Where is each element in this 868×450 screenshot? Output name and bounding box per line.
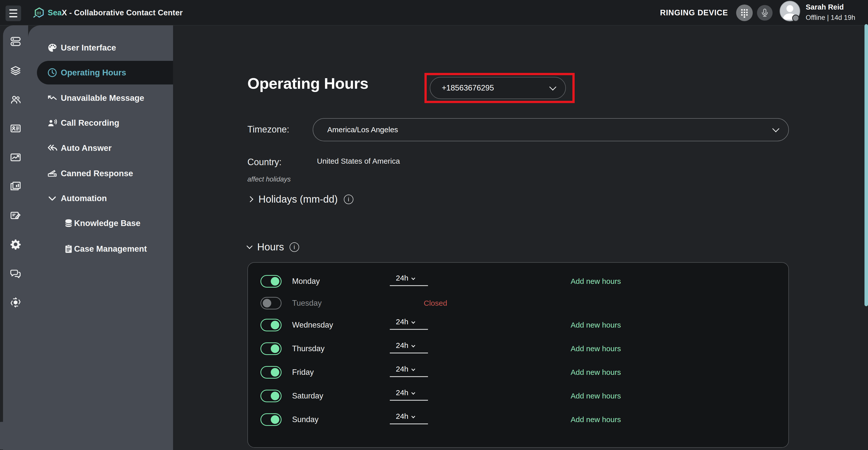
day-hours-mode-select[interactable]: 24h — [390, 412, 428, 424]
sidebar-item-knowledge-base[interactable]: Knowledge Base — [28, 212, 173, 235]
chevron-down-icon — [411, 391, 415, 395]
microphone-button[interactable] — [757, 5, 773, 21]
rail-item-toggles[interactable] — [3, 34, 28, 49]
microphone-icon — [760, 8, 770, 18]
seax-logo-icon — [32, 6, 45, 20]
mark-unread-icon — [46, 92, 58, 104]
add-new-hours-link[interactable]: Add new hours — [570, 321, 621, 329]
rail-item-chart[interactable] — [3, 150, 28, 165]
rail-item-integration[interactable] — [3, 295, 28, 310]
page-title: Operating Hours — [247, 75, 368, 92]
day-label: Thursday — [292, 344, 324, 353]
day-toggle-sunday[interactable] — [260, 413, 282, 426]
holidays-section-toggle[interactable]: Holidays (mm-dd) i — [248, 194, 353, 205]
sidebar-item-label: Auto Answer — [61, 143, 112, 153]
add-new-hours-link[interactable]: Add new hours — [570, 344, 621, 353]
info-icon[interactable]: i — [344, 195, 353, 204]
sidebar-item-label: Unavailable Message — [61, 93, 144, 103]
rail-item-reports[interactable] — [3, 178, 28, 194]
day-hours-mode-value: 24h — [396, 412, 408, 420]
chevron-down-icon — [411, 367, 415, 371]
day-row-monday: Monday24hAdd new hours — [248, 270, 788, 293]
day-row-friday: Friday24hAdd new hours — [248, 361, 788, 384]
chevron-down-icon — [246, 243, 252, 249]
rail-item-contact-card[interactable] — [3, 121, 28, 136]
voice-record-icon — [46, 117, 58, 129]
chevron-down-icon — [549, 83, 556, 90]
phone-number-select[interactable]: +18563676295 — [430, 77, 566, 99]
hamburger-menu-icon[interactable] — [5, 5, 21, 21]
day-toggle-monday[interactable] — [260, 275, 282, 288]
day-row-thursday: Thursday24hAdd new hours — [248, 337, 788, 361]
sidebar-item-unavailable-message[interactable]: Unavailable Message — [28, 86, 173, 110]
day-hours-mode-value: 24h — [396, 317, 408, 326]
day-toggle-thursday[interactable] — [260, 342, 282, 355]
day-row-tuesday: TuesdayClosed — [248, 293, 788, 313]
dialpad-button[interactable] — [736, 4, 753, 21]
chart-icon — [10, 151, 21, 163]
reply-all-icon — [46, 142, 58, 154]
add-new-hours-link[interactable]: Add new hours — [570, 277, 621, 286]
country-label: Country: — [247, 157, 282, 167]
database-icon — [63, 218, 74, 229]
holidays-section-title: Holidays (mm-dd) — [258, 194, 338, 205]
sidebar-item-automation[interactable]: Automation — [28, 187, 173, 210]
day-hours-mode-select[interactable]: 24h — [390, 365, 428, 377]
sidebar-item-operating-hours[interactable]: Operating Hours — [28, 61, 173, 84]
timezone-value: America/Los Angeles — [327, 125, 398, 134]
app-window: SeaX - Collaborative Contact Center RING… — [0, 0, 868, 450]
dialpad-icon — [739, 8, 749, 18]
chevron-down-icon — [46, 193, 58, 204]
day-label: Sunday — [292, 415, 318, 424]
top-bar: SeaX - Collaborative Contact Center RING… — [0, 0, 868, 25]
brand-logo: SeaX - Collaborative Contact Center — [32, 0, 183, 25]
user-presence: Offline | 14d 19h — [806, 14, 855, 22]
rail-item-form-edit[interactable] — [3, 208, 28, 223]
add-new-hours-link[interactable]: Add new hours — [570, 415, 621, 424]
day-label: Friday — [292, 368, 314, 377]
day-toggle-friday[interactable] — [260, 366, 282, 378]
day-toggle-saturday[interactable] — [260, 390, 282, 402]
toggle-knob — [271, 321, 279, 329]
sidebar-item-canned-response[interactable]: Canned Response — [28, 162, 173, 185]
day-hours-mode-select[interactable]: 24h — [390, 341, 428, 354]
toggle-knob — [271, 277, 279, 286]
sidebar-item-call-recording[interactable]: Call Recording — [28, 111, 173, 135]
info-icon[interactable]: i — [289, 242, 299, 252]
rail-item-chat[interactable] — [3, 266, 28, 281]
sidebar-item-label: User Interface — [61, 43, 116, 53]
chevron-down-icon — [411, 276, 415, 280]
day-toggle-tuesday[interactable] — [260, 297, 282, 309]
sidebar-item-auto-answer[interactable]: Auto Answer — [28, 136, 173, 160]
layers-icon — [10, 65, 21, 77]
sidebar-item-label: Knowledge Base — [74, 219, 141, 228]
sidebar-item-user-interface[interactable]: User Interface — [28, 36, 173, 60]
timezone-select[interactable]: America/Los Angeles — [313, 118, 789, 141]
add-new-hours-link[interactable]: Add new hours — [570, 368, 621, 376]
day-label: Wednesday — [292, 320, 333, 330]
chevron-down-icon — [411, 414, 415, 418]
toggle-knob — [263, 299, 271, 307]
scrollbar-thumb[interactable] — [865, 24, 868, 306]
presence-status-dot — [792, 15, 799, 22]
toggle-knob — [271, 392, 279, 400]
form-edit-icon — [10, 210, 21, 221]
rail-item-gear[interactable] — [3, 237, 28, 252]
integration-icon — [10, 297, 21, 308]
phone-number-value: +18563676295 — [442, 83, 494, 92]
rail-item-layers[interactable] — [3, 63, 28, 79]
rail-item-contacts[interactable] — [3, 92, 28, 107]
country-value: United States of America — [317, 157, 400, 165]
day-hours-mode-value: 24h — [396, 341, 408, 349]
hours-section-title: Hours — [257, 241, 284, 253]
day-hours-mode-select[interactable]: 24h — [390, 388, 428, 401]
clipboard-icon — [63, 243, 74, 255]
day-toggle-wednesday[interactable] — [260, 319, 282, 331]
hours-section-toggle[interactable]: Hours i — [247, 241, 299, 253]
timezone-label: Timezone: — [247, 124, 289, 135]
day-hours-mode-select[interactable]: 24h — [390, 317, 428, 330]
add-new-hours-link[interactable]: Add new hours — [570, 392, 621, 400]
day-hours-mode-select[interactable]: 24h — [390, 274, 428, 286]
scanner-icon — [46, 168, 58, 179]
sidebar-item-case-management[interactable]: Case Management — [28, 237, 173, 261]
